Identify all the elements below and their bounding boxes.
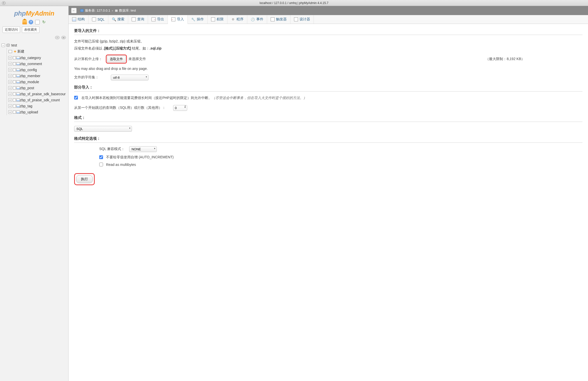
tree-toggle-icon[interactable]: + [8, 74, 12, 78]
back-button[interactable]: ← [71, 8, 77, 13]
format-select[interactable]: SQL [74, 126, 132, 132]
tab-label: 权限 [217, 17, 224, 22]
tree-db-label[interactable]: test [11, 43, 17, 47]
tab-11[interactable]: 设计器 [290, 15, 314, 24]
tree-table-label[interactable]: zbp_member [20, 74, 40, 78]
tab-label: 操作 [197, 17, 204, 22]
tree-table-label[interactable]: zbp_sf_praise_sdk_count [20, 98, 60, 102]
sidebar: phpMyAdmin ? ↻ 近期访问 表收藏夹 − ∞ − test ✦新建+… [0, 6, 69, 381]
tree-toggle-icon[interactable]: + [8, 98, 12, 102]
tree-table-node[interactable]: + zbp_config [8, 67, 67, 73]
table-link-icon[interactable] [13, 68, 16, 71]
table-link-icon[interactable] [13, 86, 16, 89]
tab-icon [132, 17, 136, 21]
reload-icon[interactable]: ↻ [41, 20, 46, 24]
tree-table-label[interactable]: zbp_module [20, 80, 39, 84]
tree-toggle-icon[interactable]: + [8, 80, 12, 84]
table-icon [16, 92, 20, 96]
sql-icon[interactable] [35, 20, 40, 24]
file-button-highlight: 选取文件 [106, 55, 127, 64]
logo[interactable]: phpMyAdmin [0, 6, 68, 19]
tree-table-node[interactable]: + zbp_tag [8, 103, 67, 109]
tree-db-node[interactable]: − test [2, 42, 67, 48]
db-tree: − test ✦新建+ zbp_category+ zbp_comment+ z… [0, 41, 68, 116]
tab-icon [294, 17, 298, 21]
table-icon [16, 111, 20, 114]
tree-toggle-icon[interactable]: + [8, 68, 12, 72]
tree-table-label[interactable]: zbp_tag [20, 104, 32, 108]
table-link-icon[interactable] [13, 80, 16, 83]
max-limit-text: （最大限制：8,192 KB） [485, 57, 525, 61]
main-panel: ← 服务器: 127.0.0.1 » 数据库: test 结构SQL搜索查询导出… [69, 6, 588, 381]
tree-toggle-icon[interactable]: + [8, 92, 12, 96]
help-icon[interactable]: ? [29, 20, 33, 24]
tab-10[interactable]: 触发器 [267, 15, 290, 24]
tree-table-node[interactable]: + zbp_module [8, 79, 67, 85]
table-link-icon[interactable] [13, 56, 16, 59]
tab-3[interactable]: 查询 [128, 15, 148, 24]
tab-icon [191, 17, 195, 21]
tab-icon [72, 17, 76, 21]
tree-toggle-icon[interactable]: − [2, 43, 5, 47]
table-link-icon[interactable] [13, 74, 16, 77]
tree-table-node[interactable]: + zbp_comment [8, 61, 67, 67]
tab-4[interactable]: 导出 [148, 15, 168, 24]
compression-info-2: 压缩文件名必须以 .[格式].[压缩方式] 结尾。如：.sql.zip [74, 45, 582, 52]
tree-toggle-icon[interactable]: + [8, 56, 12, 60]
tree-table-label[interactable]: zbp_sf_praise_sdk_basecour [20, 92, 66, 96]
no-auto-increment-checkbox[interactable] [99, 155, 103, 159]
breadcrumb-database[interactable]: 数据库: test [119, 8, 136, 13]
choose-file-button[interactable]: 选取文件 [107, 56, 126, 62]
table-icon [16, 74, 20, 77]
sql-compat-select[interactable]: NONE [129, 146, 157, 152]
tab-icon [112, 17, 116, 21]
charset-select[interactable]: utf-8 [111, 75, 149, 80]
database-icon [6, 44, 10, 47]
tree-toggle-icon[interactable]: + [8, 86, 12, 90]
tabs: 结构SQL搜索查询导出导入操作权限程序事件触发器设计器 [69, 15, 588, 24]
table-link-icon[interactable] [13, 99, 16, 102]
table-link-icon[interactable] [13, 92, 16, 96]
skip-queries-input[interactable] [173, 105, 187, 111]
breadcrumb-server[interactable]: 服务器: 127.0.0.1 [85, 8, 110, 13]
tree-toggle-icon[interactable]: + [8, 62, 12, 66]
tab-label: 触发器 [276, 17, 287, 22]
tree-new-table[interactable]: ✦新建 [8, 48, 67, 55]
home-icon[interactable] [22, 20, 27, 24]
tree-table-label[interactable]: zbp_post [20, 86, 34, 90]
table-link-icon[interactable] [13, 111, 16, 114]
allow-interrupt-checkbox[interactable] [74, 96, 78, 100]
tree-table-label[interactable]: zbp_comment [20, 62, 42, 66]
execute-button[interactable]: 执行 [76, 175, 93, 183]
table-link-icon[interactable] [13, 62, 16, 65]
table-link-icon[interactable] [13, 105, 16, 108]
tree-table-node[interactable]: + zbp_post [8, 85, 67, 91]
sql-compat-label: SQL 兼容模式： [99, 147, 125, 151]
tab-label: SQL [97, 17, 105, 21]
tree-new-label[interactable]: 新建 [17, 49, 24, 54]
tab-1[interactable]: SQL [88, 15, 108, 24]
tab-0[interactable]: 结构 [69, 15, 88, 24]
tree-table-node[interactable]: + zbp_member [8, 73, 67, 79]
tree-table-node[interactable]: + zbp_sf_praise_sdk_basecour [8, 91, 67, 97]
tree-table-node[interactable]: + zbp_sf_praise_sdk_count [8, 97, 67, 103]
tab-9[interactable]: 事件 [247, 15, 267, 24]
tree-table-node[interactable]: + zbp_upload [8, 109, 67, 115]
collapse-minus-icon[interactable]: − [55, 36, 60, 39]
favorites-tab[interactable]: 表收藏夹 [22, 26, 39, 33]
tab-2[interactable]: 搜索 [108, 15, 128, 24]
tab-8[interactable]: 程序 [227, 15, 247, 24]
tab-7[interactable]: 权限 [208, 15, 227, 24]
tree-table-label[interactable]: zbp_upload [20, 110, 38, 114]
recent-tab[interactable]: 近期访问 [3, 26, 20, 33]
tree-table-label[interactable]: zbp_category [20, 56, 41, 60]
tab-6[interactable]: 操作 [188, 15, 208, 24]
skip-queries-label: 从第一个开始跳过的查询数（SQL用）或行数（其他用）： [74, 106, 166, 110]
tree-table-node[interactable]: + zbp_category [8, 55, 67, 61]
tree-toggle-icon[interactable]: + [8, 104, 12, 108]
read-multibytes-checkbox[interactable] [99, 163, 103, 166]
tree-table-label[interactable]: zbp_config [20, 68, 37, 72]
collapse-link-icon[interactable]: ∞ [61, 36, 66, 39]
tab-5[interactable]: 导入 [168, 15, 188, 24]
tree-toggle-icon[interactable]: + [8, 110, 12, 114]
